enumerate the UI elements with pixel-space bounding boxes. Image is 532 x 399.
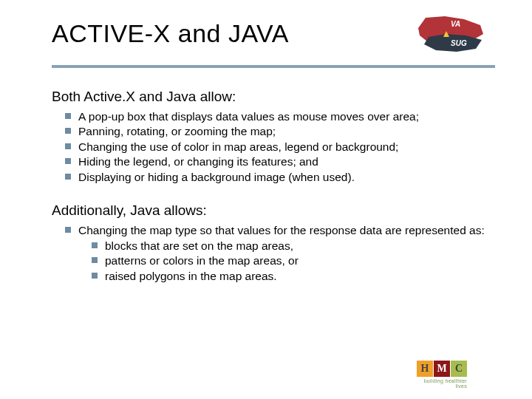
- sub-list: blocks that are set on the map areas, pa…: [92, 239, 488, 284]
- hmc-tagline: building healthier lives: [417, 378, 467, 389]
- logo-brand2: SUG: [451, 39, 467, 47]
- section-heading-1: Both Active.X and Java allow:: [52, 89, 488, 105]
- hmc-logo: H M C building healthier lives: [417, 361, 497, 389]
- bullet-list-1: A pop-up box that displays data values a…: [65, 109, 488, 185]
- title-divider: [52, 65, 495, 68]
- hmc-boxes: H M C: [417, 361, 497, 377]
- list-item: Changing the map type so that values for…: [65, 223, 488, 284]
- logo-brand1: VA: [451, 20, 460, 28]
- list-item: Changing the use of color in map areas, …: [65, 140, 488, 154]
- list-item-lead: Changing the map type so that values for…: [78, 224, 485, 236]
- slide-body: ACTIVE-X and JAVA VA SUG Both Active.X a…: [0, 0, 532, 299]
- list-item: Displaying or hiding a background image …: [65, 170, 488, 185]
- sub-list-item: blocks that are set on the map areas,: [92, 239, 488, 253]
- slide-title: ACTIVE-X and JAVA: [52, 19, 289, 48]
- list-item: Panning, rotating, or zooming the map;: [65, 124, 488, 139]
- list-item: Hiding the legend, or changing its featu…: [65, 154, 488, 169]
- sub-list-item: raised polygons in the map areas.: [92, 269, 488, 284]
- hmc-box-h: H: [417, 361, 433, 377]
- bullet-list-2: Changing the map type so that values for…: [65, 223, 488, 284]
- header-row: ACTIVE-X and JAVA VA SUG: [52, 15, 488, 56]
- hmc-box-c: C: [451, 361, 467, 377]
- va-sug-logo: VA SUG: [414, 15, 488, 56]
- hmc-box-m: M: [434, 361, 450, 377]
- section-heading-2: Additionally, Java allows:: [52, 202, 488, 219]
- sub-list-item: patterns or colors in the map areas, or: [92, 253, 488, 268]
- list-item: A pop-up box that displays data values a…: [65, 109, 488, 124]
